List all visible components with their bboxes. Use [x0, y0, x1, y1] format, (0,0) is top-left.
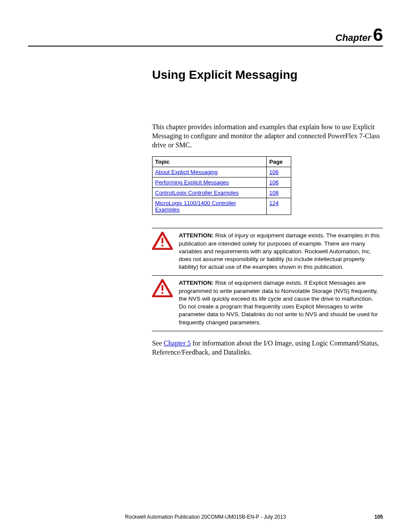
page-link[interactable]: 106 — [269, 179, 279, 186]
page-link[interactable]: 124 — [269, 200, 279, 206]
attention-label: ATTENTION: — [179, 280, 214, 286]
page-link[interactable]: 108 — [269, 190, 279, 196]
svg-rect-4 — [162, 285, 163, 291]
footer-page-number: 105 — [374, 514, 383, 520]
topic-link[interactable]: MicroLogix 1100/1400 Controller Examples — [155, 200, 236, 213]
warning-icon — [152, 278, 177, 328]
intro-paragraph: This chapter provides information and ex… — [152, 123, 383, 149]
table-row: Performing Explicit Messages 106 — [153, 177, 291, 188]
see-pre: See — [152, 339, 164, 347]
table-row: MicroLogix 1100/1400 Controller Examples… — [153, 198, 291, 215]
attention-text: ATTENTION: Risk of equipment damage exis… — [177, 278, 383, 328]
attention-label: ATTENTION: — [179, 232, 214, 239]
attention-text: ATTENTION: Risk of injury or equipment d… — [177, 231, 383, 273]
svg-rect-2 — [162, 245, 163, 246]
chapter-number: 6 — [373, 25, 383, 45]
page-title: Using Explicit Messaging — [152, 68, 383, 82]
footer-publication: Rockwell Automation Publication 20COMM-U… — [28, 514, 383, 520]
table-row: About Explicit Messaging 106 — [153, 167, 291, 177]
topic-table: Topic Page About Explicit Messaging 106 … — [152, 156, 291, 215]
attention-body: Risk of equipment damage exists. If Expl… — [179, 280, 378, 325]
page-link[interactable]: 106 — [269, 169, 279, 175]
topic-link[interactable]: About Explicit Messaging — [155, 169, 218, 175]
attention-block: ATTENTION: Risk of injury or equipment d… — [152, 228, 383, 331]
header-rule — [28, 46, 383, 47]
page-footer: Rockwell Automation Publication 20COMM-U… — [28, 514, 383, 520]
table-header-row: Topic Page — [153, 157, 291, 167]
th-topic: Topic — [153, 157, 267, 167]
table-row: ControlLogix Controller Examples 108 — [153, 188, 291, 198]
topic-link[interactable]: Performing Explicit Messages — [155, 179, 229, 186]
th-page: Page — [267, 157, 291, 167]
chapter-link[interactable]: Chapter 5 — [164, 339, 191, 347]
see-paragraph: See Chapter 5 for information about the … — [152, 339, 383, 357]
svg-rect-1 — [162, 238, 163, 243]
warning-icon — [152, 231, 177, 273]
svg-rect-5 — [162, 292, 163, 294]
chapter-word: Chapter — [336, 32, 371, 43]
topic-link[interactable]: ControlLogix Controller Examples — [155, 190, 239, 196]
chapter-heading: Chapter6 — [28, 26, 383, 44]
